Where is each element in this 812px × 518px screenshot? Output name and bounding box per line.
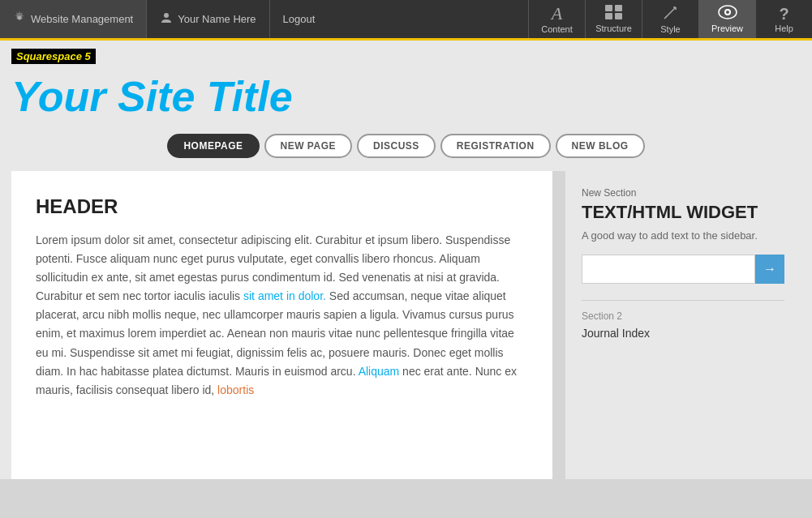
tool-structure-label: Structure	[595, 24, 632, 33]
tool-help[interactable]: ? Help	[755, 0, 812, 38]
content-left: HEADER Lorem ipsum dolor sit amet, conse…	[11, 171, 552, 479]
top-bar: Website Management Your Name Here Logout…	[0, 0, 812, 41]
gear-icon	[13, 11, 26, 28]
website-management-label: Website Management	[31, 13, 133, 25]
svg-line-6	[666, 7, 676, 17]
sidebar-journal-index-link[interactable]: Journal Index	[582, 327, 784, 340]
sidebar-widget-desc: A good way to add text to the sidebar.	[582, 229, 784, 242]
preview-icon	[718, 5, 737, 22]
website-management-item[interactable]: Website Management	[0, 0, 147, 38]
svg-rect-3	[615, 5, 622, 11]
logout-label: Logout	[283, 13, 316, 25]
site-title: Your Site Title	[11, 72, 801, 121]
user-icon	[160, 11, 173, 28]
tab-homepage[interactable]: HOMEPAGE	[167, 134, 259, 158]
sidebar-section2-label: Section 2	[582, 310, 784, 322]
user-name-item[interactable]: Your Name Here	[147, 0, 269, 38]
tool-content[interactable]: A Content	[528, 0, 585, 38]
tool-help-label: Help	[775, 24, 793, 33]
site-area: Squarespace 5 Your Site Title HOMEPAGE N…	[0, 41, 812, 479]
top-bar-right: A Content Structure	[528, 0, 812, 38]
nav-tabs: HOMEPAGE NEW PAGE DISCUSS REGISTRATION N…	[11, 134, 801, 158]
tab-new-page[interactable]: NEW PAGE	[264, 134, 352, 158]
svg-rect-5	[615, 13, 622, 19]
tool-preview-label: Preview	[711, 24, 743, 33]
sidebar-input-row: →	[582, 255, 784, 284]
tool-style[interactable]: Style	[642, 0, 698, 38]
help-icon: ?	[779, 6, 788, 22]
style-icon	[663, 4, 679, 23]
tool-preview[interactable]: Preview	[698, 0, 755, 38]
tab-new-blog[interactable]: NEW BLOG	[556, 134, 645, 158]
content-gap	[552, 171, 565, 479]
body-text: Lorem ipsum dolor sit amet, consectetur …	[36, 233, 517, 396]
user-name-label: Your Name Here	[178, 13, 256, 25]
tab-discuss[interactable]: DISCUSS	[357, 134, 436, 158]
content-icon: A	[552, 5, 562, 23]
svg-point-12	[726, 11, 729, 14]
tool-structure[interactable]: Structure	[585, 0, 642, 38]
content-right: New Section TEXT/HTML WIDGET A good way …	[565, 171, 801, 479]
highlight-blue-1: sit amet in dolor.	[243, 289, 326, 302]
squarespace-badge: Squarespace 5	[11, 49, 96, 64]
svg-rect-2	[605, 5, 612, 11]
tool-content-label: Content	[541, 24, 573, 34]
sidebar-search-button[interactable]: →	[755, 255, 784, 284]
sidebar-widget-title: TEXT/HTML WIDGET	[582, 202, 784, 223]
content-header: HEADER	[36, 195, 528, 218]
tab-registration[interactable]: REGISTRATION	[440, 134, 551, 158]
highlight-orange-1: lobortis	[217, 383, 254, 396]
main-content: HEADER Lorem ipsum dolor sit amet, conse…	[11, 171, 801, 479]
logout-item[interactable]: Logout	[270, 0, 329, 38]
structure-icon	[605, 5, 623, 22]
svg-line-9	[664, 16, 667, 19]
top-bar-left: Website Management Your Name Here Logout	[0, 0, 328, 38]
svg-point-1	[164, 13, 169, 18]
sidebar-section1-label: New Section	[582, 187, 784, 199]
sidebar-search-input[interactable]	[582, 255, 755, 284]
highlight-blue-2: Aliquam	[359, 365, 400, 378]
content-body: Lorem ipsum dolor sit amet, consectetur …	[36, 231, 528, 400]
sidebar-divider	[582, 300, 784, 301]
svg-rect-4	[605, 13, 612, 19]
arrow-right-icon: →	[763, 262, 776, 276]
tool-style-label: Style	[660, 24, 680, 34]
